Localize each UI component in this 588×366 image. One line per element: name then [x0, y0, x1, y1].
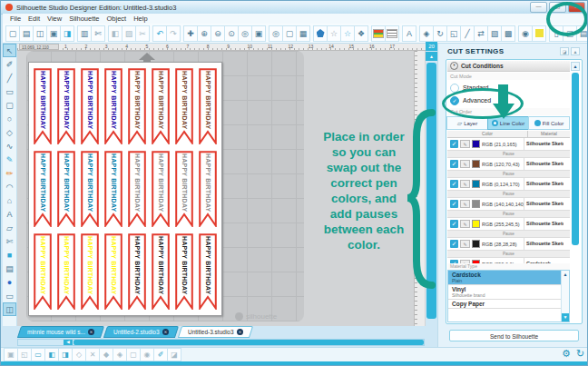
- send-to-silhouette-button[interactable]: Send to Silhouette: [449, 330, 579, 341]
- ellipse-tool[interactable]: ○: [3, 112, 16, 125]
- cut-conditions-header[interactable]: ▼ Cut Conditions: [447, 61, 570, 72]
- scale-icon[interactable]: ◱: [446, 25, 461, 42]
- offset-icon[interactable]: ◪: [167, 348, 181, 361]
- horizontal-scroll-left-arrow[interactable]: ◀: [64, 340, 73, 345]
- fill-tool[interactable]: ■: [3, 248, 16, 262]
- stamp-icon[interactable]: ◉: [518, 25, 533, 42]
- move-icon[interactable]: ◈: [419, 25, 434, 42]
- page-settings-icon[interactable]: ▢: [282, 25, 297, 42]
- banner-shape[interactable]: HAPPY BIRTHDAY: [128, 68, 146, 144]
- test-cut-icon[interactable]: ✎: [460, 200, 470, 208]
- document-tab[interactable]: Untitled-2.studio3✕: [103, 326, 179, 338]
- star-tool-icon[interactable]: ☆: [327, 25, 341, 42]
- print-icon[interactable]: ▥: [77, 25, 92, 42]
- text-tool-icon[interactable]: A: [402, 25, 416, 42]
- grid-settings-icon[interactable]: ▦: [296, 25, 310, 42]
- row-checkbox[interactable]: ✓: [450, 140, 458, 148]
- banner-shape[interactable]: HAPPY BIRTHDAY: [34, 68, 52, 144]
- sketch-tool[interactable]: ▤: [3, 262, 16, 275]
- material-scroll-up-icon[interactable]: ▲: [562, 271, 569, 279]
- rotate-copy-icon[interactable]: ◨: [58, 348, 73, 361]
- minimize-button[interactable]: —: [530, 2, 547, 13]
- pause-row[interactable]: Pause: [447, 151, 570, 158]
- color-order-row[interactable]: ✓✎RGB (140,140,140)Silhouette Sketch Pen: [447, 198, 570, 211]
- row-checkbox[interactable]: ✓: [450, 220, 458, 228]
- save-to-library-icon[interactable]: ◨: [60, 25, 74, 42]
- pause-row[interactable]: Pause: [447, 231, 570, 238]
- banner-shape[interactable]: HAPPY BIRTHDAY: [81, 233, 99, 310]
- pause-row[interactable]: Pause: [447, 171, 570, 178]
- menu-item-object[interactable]: Object: [107, 15, 127, 23]
- cutter-icon[interactable]: ✄: [91, 25, 105, 42]
- cut-order-tab-fill-color[interactable]: Fill Color: [528, 116, 570, 130]
- curve-tool[interactable]: ∿: [3, 139, 16, 153]
- horizontal-scrollbar[interactable]: [74, 340, 424, 345]
- pause-row[interactable]: Pause: [447, 211, 570, 218]
- registration-marks-icon[interactable]: [532, 25, 546, 42]
- eraser-tool[interactable]: ▱: [3, 221, 16, 234]
- fit-to-window-icon[interactable]: ▣: [251, 25, 266, 42]
- split-horizontal[interactable]: ▭: [3, 289, 16, 302]
- material-option-vinyl[interactable]: VinylSilhouette brand: [448, 285, 569, 300]
- shape-tool-icon[interactable]: ❖: [354, 25, 368, 42]
- banner-shape[interactable]: HAPPY BIRTHDAY: [34, 151, 52, 227]
- undo-icon[interactable]: ↶: [152, 25, 167, 42]
- arc-tool[interactable]: ◠: [3, 180, 16, 193]
- select-tool[interactable]: ↖: [3, 44, 16, 57]
- text-tool[interactable]: A: [3, 207, 16, 221]
- zoom-select-icon[interactable]: ⊙: [224, 25, 239, 42]
- rounded-rectangle-tool[interactable]: ▢: [3, 98, 16, 112]
- duplicate-icon[interactable]: ▭: [31, 348, 45, 361]
- horizontal-scrollbar-track[interactable]: ◀: [17, 339, 425, 346]
- panel-scrollbar[interactable]: ▲: [571, 62, 580, 245]
- ungroup-icon[interactable]: ◱: [17, 348, 32, 361]
- banner-shape[interactable]: HAPPY BIRTHDAY: [128, 233, 146, 310]
- save-icon[interactable]: ▣: [46, 25, 61, 42]
- sync-icon[interactable]: ↻: [576, 348, 584, 360]
- redo-icon[interactable]: ↷: [166, 25, 181, 42]
- banner-shape[interactable]: HAPPY BIRTHDAY: [175, 68, 193, 144]
- polygon-tool[interactable]: ◇: [3, 125, 16, 139]
- test-cut-icon[interactable]: ✎: [460, 220, 470, 228]
- menu-item-file[interactable]: File: [10, 15, 21, 23]
- knife-tool[interactable]: ✄: [3, 234, 16, 248]
- banner-shape[interactable]: HAPPY BIRTHDAY: [152, 233, 170, 310]
- preferences-gear-icon[interactable]: ⚙: [562, 348, 571, 360]
- arrange-icon[interactable]: ▧: [487, 25, 502, 42]
- banner-shape[interactable]: HAPPY BIRTHDAY: [175, 233, 193, 310]
- pause-row[interactable]: Pause: [447, 251, 570, 258]
- point-edit-tool[interactable]: ✐: [3, 57, 16, 71]
- preview-icon[interactable]: ◎: [269, 25, 283, 42]
- line-tool[interactable]: ╱: [3, 71, 16, 84]
- rotate-icon[interactable]: ↻: [433, 25, 447, 42]
- test-cut-icon[interactable]: ✎: [460, 160, 470, 168]
- row-checkbox[interactable]: ✓: [450, 180, 458, 188]
- menu-item-help[interactable]: Help: [133, 15, 147, 23]
- banner-shape[interactable]: HAPPY BIRTHDAY: [57, 233, 75, 310]
- weld-icon[interactable]: ◆: [99, 348, 113, 361]
- paste-icon[interactable]: ▨: [122, 25, 136, 42]
- material-option-cardstock[interactable]: CardstockPlain: [448, 271, 569, 285]
- draw-pentagon-icon[interactable]: [313, 25, 328, 42]
- tab-close-icon[interactable]: ✕: [88, 329, 94, 335]
- banner-shape[interactable]: HAPPY BIRTHDAY: [128, 151, 146, 227]
- panel-pin-icon[interactable]: ◪: [560, 47, 569, 55]
- freehand-tool[interactable]: ✎: [3, 153, 16, 166]
- material-scroll-down-icon[interactable]: ▼: [562, 313, 569, 321]
- zoom-out-icon[interactable]: ⊖: [211, 25, 225, 42]
- delete-icon[interactable]: ✕: [85, 348, 100, 361]
- pan-icon[interactable]: ✚: [183, 25, 198, 42]
- drag-zoom-icon[interactable]: ◎: [238, 25, 252, 42]
- banner-shape[interactable]: HAPPY BIRTHDAY: [57, 68, 75, 144]
- intersect-icon[interactable]: ◈: [113, 348, 127, 361]
- mirror-copy-icon[interactable]: ◧: [44, 348, 59, 361]
- polygon-tool-icon[interactable]: ☆: [340, 25, 355, 42]
- banner-shape[interactable]: HAPPY BIRTHDAY: [199, 68, 217, 144]
- banner-shape[interactable]: HAPPY BIRTHDAY: [34, 233, 52, 310]
- subtract-icon[interactable]: ▢: [126, 348, 141, 361]
- tab-close-icon[interactable]: ✕: [236, 329, 242, 335]
- panel-collapse-icon[interactable]: ▲: [571, 47, 580, 55]
- banner-shape[interactable]: HAPPY BIRTHDAY: [199, 151, 217, 227]
- test-cut-icon[interactable]: ✎: [460, 240, 470, 248]
- banner-shape[interactable]: HAPPY BIRTHDAY: [57, 151, 75, 227]
